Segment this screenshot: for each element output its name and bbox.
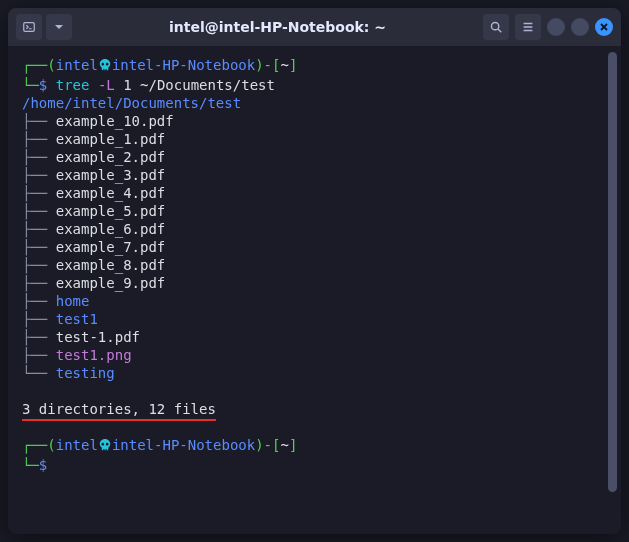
titlebar-right <box>483 14 613 40</box>
search-button[interactable] <box>483 14 509 40</box>
tree-item: example_4.pdf <box>56 185 166 201</box>
scrollbar[interactable] <box>608 52 617 492</box>
new-tab-dropdown[interactable] <box>46 14 72 40</box>
tree-item: example_1.pdf <box>56 131 166 147</box>
skull-icon <box>98 438 112 456</box>
tree-item: test1.png <box>56 347 132 363</box>
window-title: intel@intel-HP-Notebook: ~ <box>78 19 477 35</box>
prompt-host: intel-HP-Notebook <box>112 57 255 73</box>
prompt-user: intel <box>56 57 98 73</box>
tree-item: example_10.pdf <box>56 113 174 129</box>
tree-item: example_7.pdf <box>56 239 166 255</box>
prompt-host: intel-HP-Notebook <box>112 437 255 453</box>
terminal-output: ┌──(intelintel-HP-Notebook)-[~] └─$ tree… <box>22 56 607 474</box>
skull-icon <box>98 58 112 76</box>
minimize-button[interactable] <box>547 18 565 36</box>
tree-item: test1 <box>56 311 98 327</box>
tree-item: example_5.pdf <box>56 203 166 219</box>
tree-root: /home/intel/Documents/test <box>22 95 241 111</box>
new-tab-button[interactable] <box>16 14 42 40</box>
hamburger-icon <box>521 20 535 34</box>
tree-item: example_3.pdf <box>56 167 166 183</box>
close-icon <box>599 22 609 32</box>
prompt-cwd: ~ <box>280 57 288 73</box>
maximize-button[interactable] <box>571 18 589 36</box>
close-button[interactable] <box>595 18 613 36</box>
tree-item: example_6.pdf <box>56 221 166 237</box>
tree-item: home <box>56 293 90 309</box>
tree-item: example_8.pdf <box>56 257 166 273</box>
tree-summary: 3 directories, 12 files <box>22 401 216 417</box>
red-underline <box>22 419 216 421</box>
terminal-window: intel@intel-HP-Notebook: ~ ┌──(intelinte… <box>8 8 621 534</box>
menu-button[interactable] <box>515 14 541 40</box>
search-icon <box>489 20 503 34</box>
svg-rect-0 <box>24 23 35 32</box>
prompt-symbol: $ <box>39 457 47 473</box>
tree-summary-wrap: 3 directories, 12 files <box>22 400 216 418</box>
cmd-name: tree <box>56 77 90 93</box>
terminal-icon <box>22 20 36 34</box>
cmd-arg: ~/Documents/test <box>140 77 275 93</box>
titlebar-left <box>16 14 72 40</box>
chevron-down-icon <box>54 22 64 32</box>
prompt-user: intel <box>56 437 98 453</box>
prompt-symbol: $ <box>39 77 47 93</box>
tree-item: example_2.pdf <box>56 149 166 165</box>
tree-item: example_9.pdf <box>56 275 166 291</box>
cmd-level: 1 <box>123 77 131 93</box>
terminal-area[interactable]: ┌──(intelintel-HP-Notebook)-[~] └─$ tree… <box>8 46 621 534</box>
svg-point-1 <box>491 22 498 29</box>
tree-item: testing <box>56 365 115 381</box>
prompt-cwd: ~ <box>280 437 288 453</box>
cmd-flag: -L <box>98 77 115 93</box>
titlebar: intel@intel-HP-Notebook: ~ <box>8 8 621 46</box>
tree-item: test-1.pdf <box>56 329 140 345</box>
